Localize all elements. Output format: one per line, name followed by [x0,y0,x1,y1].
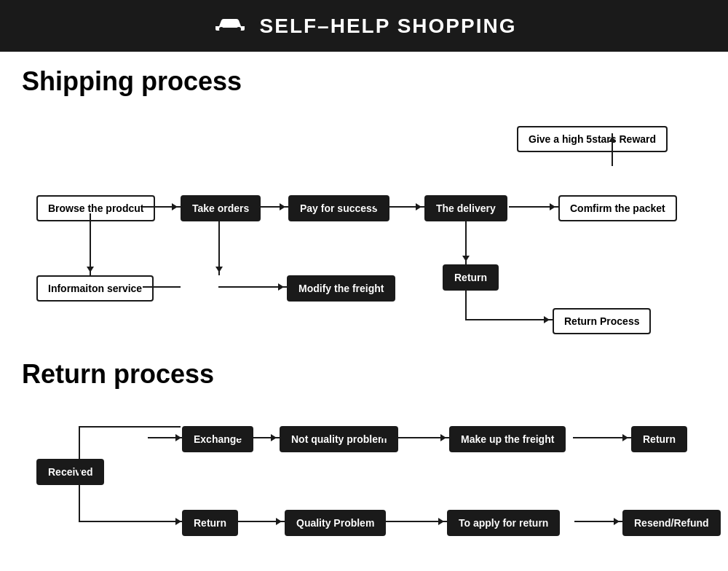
confirm-node: Comfirm the packet [558,195,677,221]
arrow-makeup-return1 [573,437,631,438]
return-flow: Received Exchange Not quality problem Ma… [22,411,706,557]
arrow-down-modify [218,286,287,288]
svg-point-0 [219,27,223,31]
modify-node: Modify the freight [287,275,395,302]
arrow-to-exchange [148,437,184,438]
shipping-section-title: Shipping process [22,66,706,97]
quality-node: Quality Problem [285,510,386,536]
browse-node: Browse the prodcut [36,195,155,221]
line-top-exchange [79,426,181,428]
line-received-up [79,426,80,470]
arrow-browse-info [90,213,91,275]
car-icon [212,13,248,39]
svg-point-1 [237,27,241,31]
take-orders-node: Take orders [181,195,261,221]
line-info-right [143,286,181,288]
arrow-pay-delivery [375,206,424,208]
exchange-node: Exchange [182,426,253,452]
arrow-delivery-return [465,213,467,264]
return2-node: Return [182,510,238,536]
resend-node: Resend/Refund [622,510,721,536]
make-up-node: Make up the freight [449,426,566,452]
arrow-return2-quality [226,521,285,522]
arrow-return-returnprocess [465,319,553,320]
shipping-flow: Give a high 5stars Reward Browse the pro… [22,119,706,352]
arrow-confirm-reward [612,133,613,166]
apply-node: To apply for return [447,510,560,536]
arrow-takeorders-down [218,213,220,275]
return-node: Return [443,264,499,291]
information-node: Informaiton service [36,275,154,302]
arrow-browse-takeorders [143,206,181,208]
pay-node: Pay for success [288,195,389,221]
arrow-delivery-confirm [509,206,558,208]
arrow-exchange-notquality [236,437,280,438]
received-node: Received [36,459,104,485]
return-section-title: Return process [22,359,706,390]
header-title: SELF–HELP SHOPPING [260,15,517,38]
line-received-down [79,470,80,521]
arrow-notquality-makeup [381,437,449,438]
return1-node: Return [631,426,687,452]
reward-node: Give a high 5stars Reward [517,126,668,152]
not-quality-node: Not quality problem [280,426,398,452]
return-process-node: Return Process [553,308,651,334]
arrow-quality-apply [381,521,447,522]
arrow-apply-resend [574,521,622,522]
arrow-to-return2 [148,521,184,522]
line-return-down [465,283,467,319]
page-header: SELF–HELP SHOPPING [0,0,728,52]
main-content: Shipping process Give a high 5stars Rewa… [0,52,728,571]
arrow-takeorders-pay [253,206,288,208]
